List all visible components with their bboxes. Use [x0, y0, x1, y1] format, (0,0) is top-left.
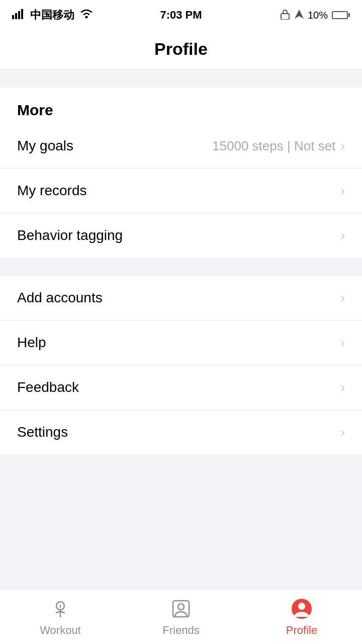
tab-profile-label: Profile: [286, 624, 317, 637]
my-goals-value: 15000 steps | Not set: [212, 138, 335, 154]
chevron-icon: ›: [340, 425, 345, 440]
account-section: Add accounts › Help › Feedback › Setting…: [0, 276, 362, 454]
bottom-padding: [0, 454, 362, 510]
svg-marker-6: [295, 10, 304, 19]
workout-icon: [48, 597, 72, 621]
section-divider-1: [0, 69, 362, 88]
chevron-icon: ›: [340, 380, 345, 395]
feedback-right: ›: [340, 380, 345, 395]
battery-percent: 10%: [308, 10, 328, 21]
svg-point-4: [85, 16, 88, 19]
svg-rect-3: [21, 9, 23, 19]
settings-label: Settings: [17, 424, 68, 440]
status-bar: 中国移动 7:03 PM 10%: [0, 0, 362, 30]
status-right: 10%: [280, 9, 350, 22]
settings-right: ›: [340, 425, 345, 440]
my-goals-label: My goals: [17, 138, 73, 154]
tab-friends-label: Friends: [162, 624, 199, 637]
wifi-icon: [79, 8, 94, 22]
battery-icon: [332, 11, 350, 19]
chevron-icon: ›: [340, 138, 345, 154]
chevron-icon: ›: [340, 335, 345, 351]
behavior-tagging-right: ›: [340, 228, 345, 244]
status-time: 7:03 PM: [160, 9, 202, 22]
tab-workout-label: Workout: [40, 624, 81, 637]
page-title-bar: Profile: [0, 30, 362, 69]
profile-icon: [290, 597, 314, 621]
more-section: More My goals 15000 steps | Not set › My…: [0, 88, 362, 258]
behavior-tagging-item[interactable]: Behavior tagging ›: [0, 213, 362, 258]
help-label: Help: [17, 335, 46, 351]
svg-rect-5: [281, 14, 289, 20]
tab-friends[interactable]: Friends: [121, 597, 241, 637]
help-right: ›: [340, 335, 345, 351]
settings-item[interactable]: Settings ›: [0, 410, 362, 454]
status-left: 中国移动: [12, 8, 94, 23]
my-goals-right: 15000 steps | Not set ›: [212, 138, 345, 154]
section-divider-2: [0, 258, 362, 276]
my-records-item[interactable]: My records ›: [0, 169, 362, 213]
add-accounts-right: ›: [340, 290, 345, 306]
svg-rect-2: [18, 11, 20, 19]
carrier-name: 中国移动: [30, 8, 74, 23]
tab-bar: Workout Friends Profile: [0, 589, 362, 644]
chevron-icon: ›: [340, 290, 345, 306]
signal-icon: [12, 8, 25, 22]
location-icon: [295, 9, 304, 22]
chevron-icon: ›: [340, 228, 345, 244]
svg-point-14: [178, 604, 184, 610]
svg-point-9: [60, 605, 61, 606]
feedback-label: Feedback: [17, 379, 79, 395]
chevron-icon: ›: [340, 183, 345, 199]
more-section-header: More: [0, 88, 362, 124]
tab-workout[interactable]: Workout: [0, 597, 121, 637]
svg-rect-1: [15, 13, 17, 19]
my-goals-item[interactable]: My goals 15000 steps | Not set ›: [0, 124, 362, 169]
my-records-label: My records: [17, 183, 86, 199]
behavior-tagging-label: Behavior tagging: [17, 227, 123, 244]
help-item[interactable]: Help ›: [0, 320, 362, 365]
lock-icon: [280, 9, 291, 22]
add-accounts-item[interactable]: Add accounts ›: [0, 276, 362, 320]
page-title: Profile: [0, 39, 362, 59]
friends-icon: [169, 597, 193, 621]
svg-rect-0: [12, 15, 14, 19]
my-records-right: ›: [340, 183, 345, 199]
add-accounts-label: Add accounts: [17, 290, 103, 306]
feedback-item[interactable]: Feedback ›: [0, 365, 362, 410]
tab-profile[interactable]: Profile: [241, 597, 362, 637]
svg-point-16: [298, 603, 305, 610]
